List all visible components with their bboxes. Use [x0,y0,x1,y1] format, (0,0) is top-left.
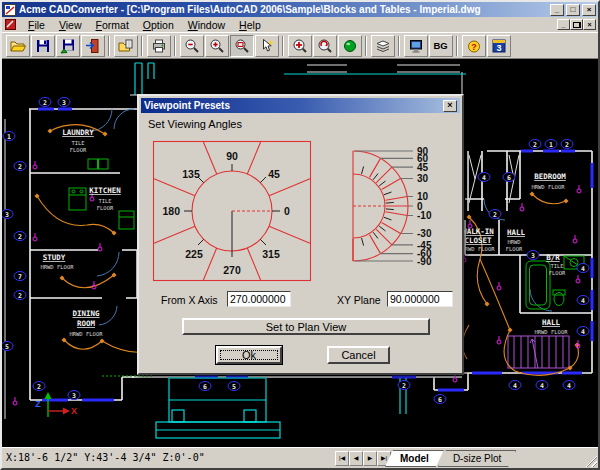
menu-view[interactable]: View [52,19,89,31]
floor-label: FLOOR [97,205,114,211]
xy-plane-dial[interactable]: 90 60 45 30 10 0 -10 -30 -45 -60 -90 [315,126,455,288]
menu-option[interactable]: Option [136,19,181,31]
xy-plane-label: XY Plane [337,294,381,306]
doc-minimize-button[interactable]: _ [557,19,570,30]
three-glyph: 3 [496,43,501,53]
tab-prev-button[interactable]: ◀ [349,451,363,466]
question-glyph: ? [471,42,477,52]
restore-icon [573,22,581,28]
bubble-marker-number: 5 [232,383,236,391]
dialog-close-button[interactable]: × [443,100,457,112]
ok-button[interactable]: Ok [216,346,282,364]
room-label-kitchen: KITCHEN [89,186,121,195]
close-icon: × [587,21,591,28]
from-x-axis-input[interactable] [227,291,291,307]
floor-label: TILE [98,198,111,204]
dialog-title: Viewpoint Presets [144,100,443,111]
x-axis-dial[interactable]: 90 45 0 315 270 225 180 135 [152,140,312,282]
bubble-marker-number: 1 [549,141,553,149]
background-color-button[interactable] [404,35,428,57]
room-label-study: STUDY [43,253,66,262]
window-title: Acme CADConverter - [C:\Program Files\Au… [19,4,546,15]
tab-next-button[interactable]: ▶ [363,451,377,466]
open-button[interactable] [6,35,30,57]
bubble-marker-number: 6 [203,383,207,391]
xy-plane-input[interactable] [387,291,453,307]
tab-d-size-plot[interactable]: D-size Plot [438,450,516,467]
bubble-marker-number: 6 [438,396,442,404]
room-label-bedroom: BEDROOM [534,172,566,181]
close-button[interactable]: × [582,4,596,16]
floor-label: HRWD FLOOR [461,246,495,252]
menu-bar: File View Format Option Window Help _ × [2,17,598,32]
bubble-marker-number: 4 [581,328,585,336]
fan-label: -10 [417,210,432,221]
floor-label: HRWD [507,239,520,245]
set-to-plan-view-button[interactable]: Set to Plan View [182,318,430,335]
menu-help[interactable]: Help [232,19,268,31]
zoom-in-button[interactable] [205,35,229,57]
zoom-out-button[interactable] [180,35,204,57]
about-button[interactable]: ? [462,35,486,57]
drawing-area[interactable]: 2312327252365262124623444444 LAUNDRY TIL… [2,58,598,447]
resize-grip[interactable] [584,454,597,467]
floor-label: HRWD FLOOR [40,264,74,270]
coordinate-readout: X:18'-6 1/2" Y:43'-4 3/4" Z:0'-0" [6,452,205,463]
room-label-dining: DINING [72,309,100,318]
sphere-icon [342,38,358,54]
batch-convert-button[interactable] [114,35,138,57]
room-label-hall-upper: HALL [507,228,526,237]
save-as-button[interactable] [56,35,80,57]
3d-view-button[interactable]: 3 [487,35,511,57]
export-button[interactable] [81,35,105,57]
print-button[interactable] [147,35,171,57]
ucs-z-label: Z [35,399,41,409]
cursor-icon [259,38,275,54]
floor-label: TILE [71,140,84,146]
zoom-in-icon [209,38,225,54]
minimize-icon: _ [555,5,559,14]
door-export-icon [85,38,101,54]
bubble-marker-number: 7 [18,273,22,281]
save-button[interactable] [31,35,55,57]
x-dial-label-45: 45 [268,168,280,180]
bubble-marker-number: 6 [507,174,511,182]
tab-first-button[interactable]: |◀ [335,451,349,466]
bubble-marker-number: 4 [567,382,571,390]
bg-toggle-button[interactable]: BG [429,35,453,57]
menu-file[interactable]: File [21,19,52,31]
minimize-button[interactable]: _ [550,4,564,16]
bubble-marker-number: 4 [581,265,585,273]
floor-label: FLOOR [549,270,566,276]
close-icon: × [447,100,452,110]
x-dial-label-90: 90 [226,150,238,162]
layers-button[interactable] [371,35,395,57]
dialog-title-bar[interactable]: Viewpoint Presets × [141,98,460,113]
bubble-marker-number: 2 [18,292,22,300]
minimize-icon: _ [562,21,566,28]
render-button[interactable] [338,35,362,57]
x-dial-label-135: 135 [182,168,200,180]
cancel-button[interactable]: Cancel [327,346,390,364]
app-icon [4,4,16,16]
doc-restore-button[interactable] [570,19,583,30]
zoom-window-icon [234,38,250,54]
room-label-bath: B/R [546,253,560,262]
maximize-button[interactable]: □ [566,4,580,16]
select-button[interactable] [255,35,279,57]
floor-label: HRWD FLOOR [531,184,565,190]
menu-format[interactable]: Format [89,19,136,31]
bubble-marker-number: 2 [402,382,406,390]
zoom-window-button[interactable] [230,35,254,57]
bubble-marker-number: 4 [581,297,585,305]
bubble-marker-number: 1 [7,133,11,141]
bubble-marker-number: 2 [37,383,41,391]
menu-window[interactable]: Window [181,19,232,31]
doc-close-button[interactable]: × [583,19,596,30]
tab-model[interactable]: Model [385,450,444,467]
toolbar-separator [141,36,143,56]
document-icon [5,19,16,30]
zoom-all-button[interactable] [288,35,312,57]
zoom-previous-icon [317,38,333,54]
zoom-previous-button[interactable] [313,35,337,57]
